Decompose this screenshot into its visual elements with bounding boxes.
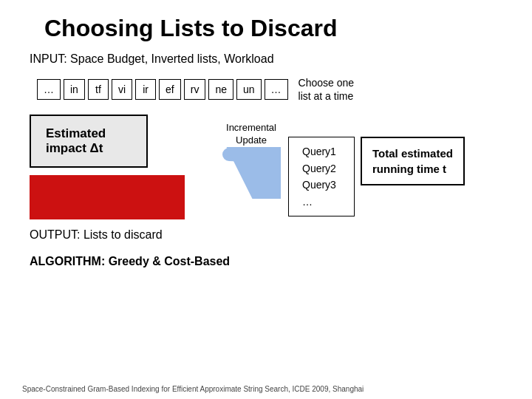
slide: Choosing Lists to Discard INPUT: Space B… <box>0 0 532 399</box>
list-cell: ne <box>208 79 233 100</box>
middle-section: Estimatedimpact Δt OUTPUT: Lists to disc… <box>30 115 510 248</box>
lists-row: …intfviirefrvneun… <box>37 79 288 100</box>
right-middle: Query1Query2Query3… Total estimatedrunni… <box>288 115 465 216</box>
input-label: INPUT: Space Budget, Inverted lists, Wor… <box>30 52 510 66</box>
curved-arrow-icon <box>222 147 281 199</box>
output-label: OUTPUT: Lists to discard <box>30 228 163 242</box>
estimated-impact-box: Estimatedimpact Δt <box>30 115 148 168</box>
query-item: Query2 <box>302 160 341 177</box>
list-cell: ef <box>159 79 181 100</box>
list-cell: ir <box>135 79 156 100</box>
query-item: … <box>302 194 341 210</box>
red-visual-box <box>30 175 185 219</box>
list-cell: rv <box>184 79 206 100</box>
list-cell: vi <box>112 79 132 100</box>
arrow-area: IncrementalUpdate <box>222 115 281 199</box>
total-box: Total estimatedrunning time t <box>361 137 465 185</box>
left-middle: Estimatedimpact Δt OUTPUT: Lists to disc… <box>30 115 214 248</box>
incremental-label: IncrementalUpdate <box>226 122 276 147</box>
choose-label: Choose onelist at a time <box>299 76 355 103</box>
list-cell: un <box>236 79 262 100</box>
delta-symbol: Δt <box>90 141 103 155</box>
query-item: Query3 <box>302 177 341 193</box>
query-item: Query1 <box>302 143 341 160</box>
list-cell: … <box>37 79 61 100</box>
query-list: Query1Query2Query3… <box>288 137 355 216</box>
list-cell: … <box>265 79 288 100</box>
page-title: Choosing Lists to Discard <box>44 15 510 42</box>
footer-text: Space-Constrained Gram-Based Indexing fo… <box>22 385 364 393</box>
list-cell: in <box>64 79 85 100</box>
list-cell: tf <box>88 79 109 100</box>
algorithm-label: ALGORITHM: Greedy & Cost-Based <box>30 255 510 268</box>
